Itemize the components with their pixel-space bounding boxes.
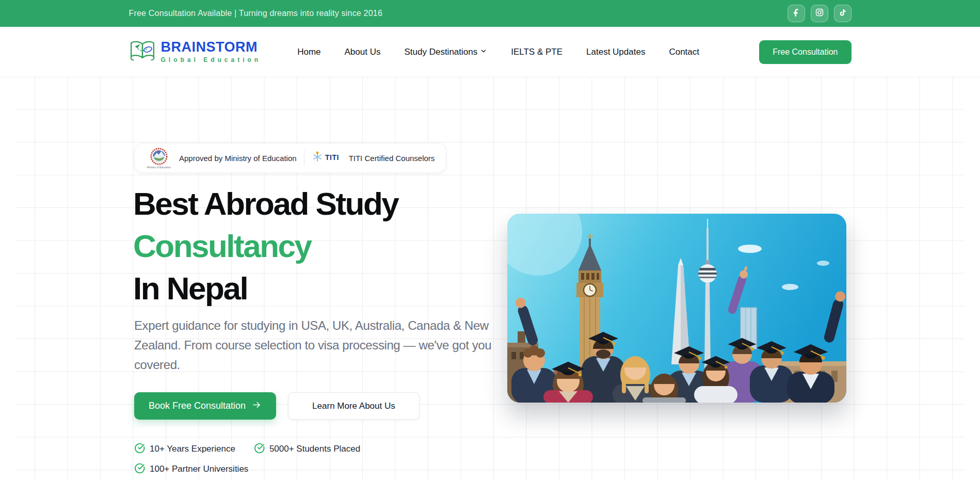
arrow-right-icon: [252, 400, 262, 412]
facebook-button[interactable]: [788, 5, 805, 22]
logo-tagline: Global Education: [161, 56, 262, 63]
logo[interactable]: BRAINSTORM Global Education: [129, 40, 262, 65]
tiktok-button[interactable]: [834, 5, 852, 22]
open-book-plane-icon: [129, 40, 156, 65]
hero-description: Expert guidance for studying in USA, UK,…: [134, 316, 495, 375]
check-circle-icon: [134, 442, 145, 456]
announcement-bar: Free Consultation Available | Turning dr…: [0, 0, 980, 27]
titi-certification-text: TITI Certified Counselors: [349, 154, 435, 163]
logo-title: BRAINSTORM: [161, 40, 262, 54]
site-header: BRAINSTORM Global Education Home About U…: [0, 27, 980, 77]
facebook-icon: [792, 9, 800, 19]
feature-students-placed: 5000+ Students Placed: [254, 442, 360, 456]
heading-line-2: Consultancy: [133, 225, 398, 267]
nav-study-destinations[interactable]: Study Destinations: [404, 47, 487, 57]
page-title: Best Abroad Study Consultancy In Nepal: [133, 183, 398, 310]
check-circle-icon: [254, 442, 265, 456]
tiktok-icon: [839, 9, 846, 19]
heading-line-3: In Nepal: [133, 267, 398, 310]
titi-logo-icon: TITI: [312, 151, 345, 165]
ministry-emblem-icon: Ministry of Education: [146, 148, 172, 169]
trust-badge: Ministry of Education Approved by Minist…: [134, 143, 446, 173]
learn-more-button[interactable]: Learn More About Us: [288, 392, 420, 420]
graduates-hero-image: [507, 214, 846, 403]
hero-section: Ministry of Education Approved by Minist…: [0, 77, 980, 480]
nav-latest-updates[interactable]: Latest Updates: [586, 47, 645, 57]
ministry-approval-text: Approved by Ministry of Education: [179, 154, 297, 163]
instagram-icon: [815, 8, 824, 19]
nav-ielts-pte[interactable]: IELTS & PTE: [511, 47, 563, 57]
free-consultation-button[interactable]: Free Consultation: [759, 40, 851, 64]
badge-divider: [304, 150, 304, 166]
instagram-button[interactable]: [811, 5, 828, 22]
check-circle-icon: [134, 462, 145, 476]
emblem-caption: Ministry of Education: [147, 166, 171, 169]
feature-partner-universities: 100+ Partner Universities: [134, 462, 248, 476]
feature-years-experience: 10+ Years Experience: [134, 442, 235, 456]
nav-contact[interactable]: Contact: [669, 47, 699, 57]
nav-home[interactable]: Home: [297, 47, 320, 57]
feature-list: 10+ Years Experience 5000+ Students Plac…: [134, 442, 444, 476]
main-nav: Home About Us Study Destinations IELTS &…: [297, 47, 699, 57]
social-links: [788, 5, 852, 22]
announcement-text: Free Consultation Available | Turning dr…: [129, 9, 383, 18]
chevron-down-icon: [480, 47, 487, 57]
heading-line-1: Best Abroad Study: [133, 183, 398, 225]
svg-text:TITI: TITI: [325, 153, 339, 162]
nav-about-us[interactable]: About Us: [345, 47, 381, 57]
book-free-consultation-button[interactable]: Book Free Consultation: [134, 392, 276, 420]
